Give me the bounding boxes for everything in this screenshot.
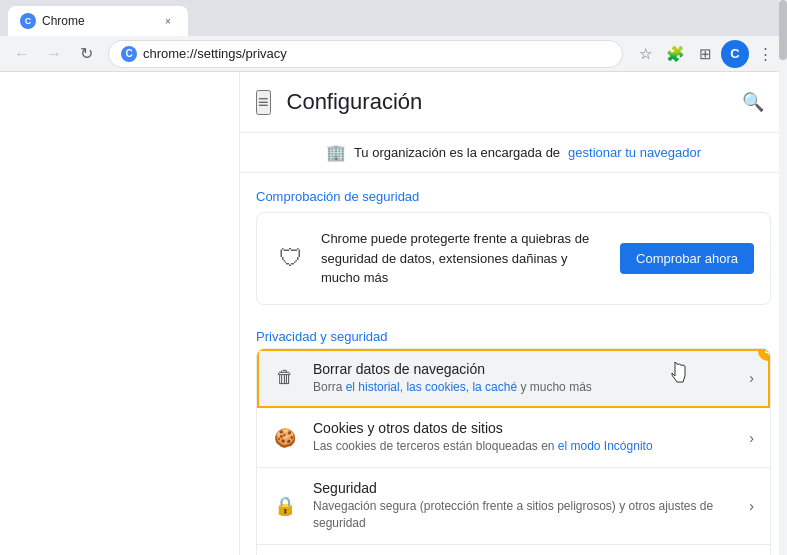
privacy-section-title: Privacidad y seguridad bbox=[256, 329, 771, 344]
tab-close-button[interactable]: × bbox=[160, 13, 176, 29]
main-content: ≡ Configuración 🔍 🏢 Tu organización es l… bbox=[240, 72, 787, 555]
security-check-section: Comprobación de seguridad 🛡 Chrome puede… bbox=[240, 173, 787, 305]
sidebar-toggle-button[interactable]: ≡ bbox=[256, 90, 271, 115]
shield-icon: 🛡 bbox=[273, 240, 309, 276]
extensions-button[interactable]: 🧩 bbox=[661, 40, 689, 68]
clear-data-highlight: el historial, las cookies, la caché bbox=[346, 380, 517, 394]
reload-button[interactable]: ↻ bbox=[72, 40, 100, 68]
forward-button[interactable]: → bbox=[40, 40, 68, 68]
privacy-settings-list: 4 🗑 Borrar datos de navegación Borra el … bbox=[256, 348, 771, 556]
site-icon: C bbox=[121, 46, 137, 62]
cookies-arrow: › bbox=[749, 430, 754, 446]
security-arrow: › bbox=[749, 498, 754, 514]
active-tab[interactable]: C Chrome × bbox=[8, 6, 188, 36]
security-section-title: Comprobación de seguridad bbox=[256, 189, 771, 204]
cookies-title: Cookies y otros datos de sitios bbox=[313, 420, 733, 436]
address-text: chrome://settings/privacy bbox=[143, 46, 610, 61]
tab-title: Chrome bbox=[42, 14, 154, 28]
settings-header: ≡ Configuración 🔍 bbox=[240, 72, 787, 133]
security-desc: Navegación segura (protección frente a s… bbox=[313, 498, 733, 532]
privacy-section: Privacidad y seguridad 4 🗑 Borrar datos … bbox=[240, 321, 787, 556]
tab-bar: C Chrome × bbox=[0, 0, 787, 36]
browser-toolbar: ← → ↻ C chrome://settings/privacy ☆ 🧩 ⊞ … bbox=[0, 36, 787, 72]
security-title: Seguridad bbox=[313, 480, 733, 496]
tab-favicon: C bbox=[20, 13, 36, 29]
lock-icon: 🔒 bbox=[273, 494, 297, 518]
clear-browsing-data-item[interactable]: 4 🗑 Borrar datos de navegación Borra el … bbox=[257, 349, 770, 409]
bookmark-button[interactable]: ☆ bbox=[631, 40, 659, 68]
address-bar[interactable]: C chrome://settings/privacy bbox=[108, 40, 623, 68]
clear-data-arrow: › bbox=[749, 370, 754, 386]
scrollbar[interactable] bbox=[779, 72, 787, 555]
security-description: Chrome puede protegerte frente a quiebra… bbox=[321, 229, 608, 288]
clear-data-desc: Borra el historial, las cookies, la cach… bbox=[313, 379, 733, 396]
cookies-item[interactable]: 🍪 Cookies y otros datos de sitios Las co… bbox=[257, 408, 770, 468]
profile-button[interactable]: C bbox=[721, 40, 749, 68]
site-settings-item[interactable]: ⚙ Configuración de sitios Controla la in… bbox=[257, 545, 770, 555]
more-menu-button[interactable]: ⋮ bbox=[751, 40, 779, 68]
trash-icon: 🗑 bbox=[273, 366, 297, 390]
page-title: Configuración bbox=[287, 89, 719, 115]
cookie-icon: 🍪 bbox=[273, 426, 297, 450]
org-info-banner: 🏢 Tu organización es la encargada de ges… bbox=[240, 133, 787, 173]
clear-data-content: Borrar datos de navegación Borra el hist… bbox=[313, 361, 733, 396]
toolbar-actions: ☆ 🧩 ⊞ C ⋮ bbox=[631, 40, 779, 68]
back-button[interactable]: ← bbox=[8, 40, 36, 68]
step-badge-4: 4 bbox=[758, 348, 771, 361]
security-check-card: 🛡 Chrome puede protegerte frente a quieb… bbox=[256, 212, 771, 305]
sidebar bbox=[0, 72, 240, 555]
settings-page: ≡ Configuración 🔍 🏢 Tu organización es l… bbox=[0, 72, 787, 555]
nav-buttons: ← → ↻ bbox=[8, 40, 100, 68]
cookies-desc: Las cookies de terceros están bloqueadas… bbox=[313, 438, 733, 455]
info-text: Tu organización es la encargada de bbox=[354, 145, 560, 160]
cookies-content: Cookies y otros datos de sitios Las cook… bbox=[313, 420, 733, 455]
security-item[interactable]: 🔒 Seguridad Navegación segura (protecció… bbox=[257, 468, 770, 545]
cookies-highlight: el modo Incógnito bbox=[558, 439, 653, 453]
tab-grid-button[interactable]: ⊞ bbox=[691, 40, 719, 68]
security-content: Seguridad Navegación segura (protección … bbox=[313, 480, 733, 532]
org-icon: 🏢 bbox=[326, 143, 346, 162]
check-now-button[interactable]: Comprobar ahora bbox=[620, 243, 754, 274]
clear-data-title: Borrar datos de navegación bbox=[313, 361, 733, 377]
search-settings-button[interactable]: 🔍 bbox=[735, 84, 771, 120]
manage-browser-link[interactable]: gestionar tu navegador bbox=[568, 145, 701, 160]
